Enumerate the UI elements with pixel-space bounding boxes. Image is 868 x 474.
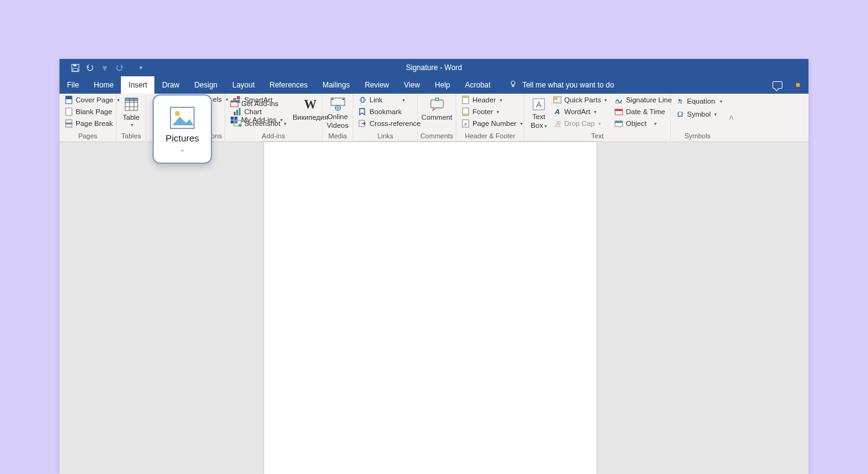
svg-rect-22	[239, 108, 241, 115]
screenshot-button[interactable]: Screenshot▾	[232, 118, 288, 128]
notification-dot-icon[interactable]	[796, 83, 800, 87]
svg-rect-1	[73, 64, 76, 66]
page-number-button[interactable]: #Page Number▾	[460, 118, 524, 128]
blank-page-button[interactable]: Blank Page	[63, 107, 121, 117]
svg-rect-6	[66, 96, 72, 99]
tab-help[interactable]: Help	[427, 76, 458, 94]
text-box-button[interactable]: A Text Box▾	[528, 95, 549, 130]
els-button[interactable]: els▾	[211, 95, 229, 104]
symbol-icon: Ω	[676, 110, 684, 118]
svg-rect-2	[73, 68, 78, 71]
drop-cap-icon: A	[553, 119, 562, 128]
group-pages: Cover Page▾ Blank Page Page Break Pages	[60, 94, 117, 142]
quick-parts-icon	[553, 96, 562, 104]
svg-text:#: #	[464, 122, 467, 127]
wikipedia-icon: W	[303, 96, 319, 112]
svg-rect-18	[237, 96, 240, 99]
footer-button[interactable]: Footer▾	[460, 107, 524, 117]
table-button[interactable]: Table▾	[120, 95, 143, 129]
qat-caret-icon[interactable]: ▾	[100, 63, 109, 72]
svg-text:A: A	[536, 100, 542, 109]
tabbar-right	[773, 81, 800, 89]
tab-draw[interactable]: Draw	[154, 76, 187, 94]
footer-icon	[461, 107, 470, 116]
tab-home[interactable]: Home	[86, 76, 121, 94]
page-break-icon	[64, 119, 73, 128]
svg-rect-47	[463, 114, 469, 115]
redo-icon[interactable]	[115, 63, 124, 72]
page-number-icon: #	[461, 119, 470, 128]
group-tables: Table▾ Tables	[117, 94, 146, 142]
wordart-icon: A	[553, 107, 562, 116]
group-links: Link▾ Bookmark Cross-reference Links	[353, 94, 418, 142]
group-media: Online Videos Media	[322, 94, 353, 142]
drop-cap-button[interactable]: ADrop Cap▾	[552, 118, 608, 128]
chart-button[interactable]: Chart	[232, 107, 288, 117]
qat-customize-icon[interactable]: ▾	[136, 63, 145, 72]
group-text: A Text Box▾ Quick Parts▾ AWordArt▾ ADrop…	[525, 94, 671, 142]
svg-rect-62	[615, 121, 622, 123]
tab-mailings[interactable]: Mailings	[315, 76, 357, 94]
tab-design[interactable]: Design	[187, 76, 224, 94]
svg-point-24	[239, 124, 242, 127]
comments-pane-icon[interactable]	[773, 81, 782, 89]
collapse-ribbon-icon[interactable]: ᐱ	[724, 114, 738, 121]
group-label-links: Links	[353, 132, 417, 142]
equation-icon: π	[676, 97, 684, 105]
save-icon[interactable]	[71, 63, 79, 72]
tab-view[interactable]: View	[397, 76, 428, 94]
online-videos-button[interactable]: Online Videos	[324, 95, 351, 130]
svg-rect-53	[554, 97, 557, 100]
svg-rect-7	[66, 108, 72, 115]
group-label-header-footer: Header & Footer	[456, 132, 524, 142]
comment-icon	[429, 96, 445, 112]
svg-rect-32	[332, 99, 334, 100]
header-button[interactable]: Header▾	[460, 95, 524, 105]
tab-insert[interactable]: Insert	[121, 76, 154, 94]
group-label-media: Media	[322, 132, 353, 142]
comment-button[interactable]: Comment	[419, 95, 455, 122]
wordart-button[interactable]: AWordArt▾	[552, 107, 608, 117]
document-title: Signature - Word	[406, 63, 463, 72]
cross-reference-button[interactable]: Cross-reference	[357, 118, 422, 128]
group-label-symbols: Symbols	[671, 132, 724, 142]
tab-references[interactable]: References	[262, 76, 315, 94]
chart-icon	[233, 107, 242, 116]
tab-layout[interactable]: Layout	[225, 76, 262, 94]
blank-page-icon	[64, 107, 73, 116]
document-page[interactable]	[264, 142, 596, 474]
equation-button[interactable]: πEquation▾	[675, 96, 724, 106]
tab-review[interactable]: Review	[357, 76, 396, 94]
page-break-button[interactable]: Page Break	[63, 118, 121, 128]
tab-acrobat[interactable]: Acrobat	[458, 76, 498, 94]
undo-icon[interactable]	[86, 63, 94, 72]
smartart-button[interactable]: SmartArt	[232, 95, 288, 105]
symbol-button[interactable]: ΩSymbol▾	[675, 109, 724, 119]
svg-rect-33	[342, 99, 344, 100]
bookmark-button[interactable]: Bookmark	[357, 107, 422, 117]
chevron-down-icon: ⌄	[180, 146, 185, 153]
svg-rect-17	[233, 98, 236, 101]
table-icon	[123, 96, 140, 112]
online-video-icon	[330, 96, 346, 112]
quick-parts-button[interactable]: Quick Parts▾	[552, 95, 608, 105]
tab-file[interactable]: File	[60, 76, 86, 94]
quick-access-toolbar: ▾ ▾	[60, 63, 145, 72]
tell-me-search[interactable]: Tell me what you want to do	[509, 80, 614, 90]
pictures-label: Pictures	[166, 133, 199, 143]
datetime-icon	[614, 107, 623, 116]
group-comments: Comment Comments	[418, 94, 456, 142]
link-icon	[358, 96, 367, 104]
link-button[interactable]: Link▾	[357, 95, 422, 105]
object-icon	[614, 119, 623, 128]
group-label-text: Text	[525, 132, 670, 142]
svg-point-37	[360, 97, 365, 102]
cover-page-button[interactable]: Cover Page▾	[63, 95, 121, 105]
svg-rect-9	[66, 124, 72, 127]
svg-point-64	[175, 111, 180, 116]
svg-rect-19	[237, 100, 240, 103]
svg-rect-45	[463, 96, 469, 98]
pictures-button-callout[interactable]: Pictures ⌄	[153, 94, 212, 164]
title-bar: ▾ ▾ Signature - Word	[60, 59, 808, 76]
svg-rect-16	[125, 98, 138, 101]
